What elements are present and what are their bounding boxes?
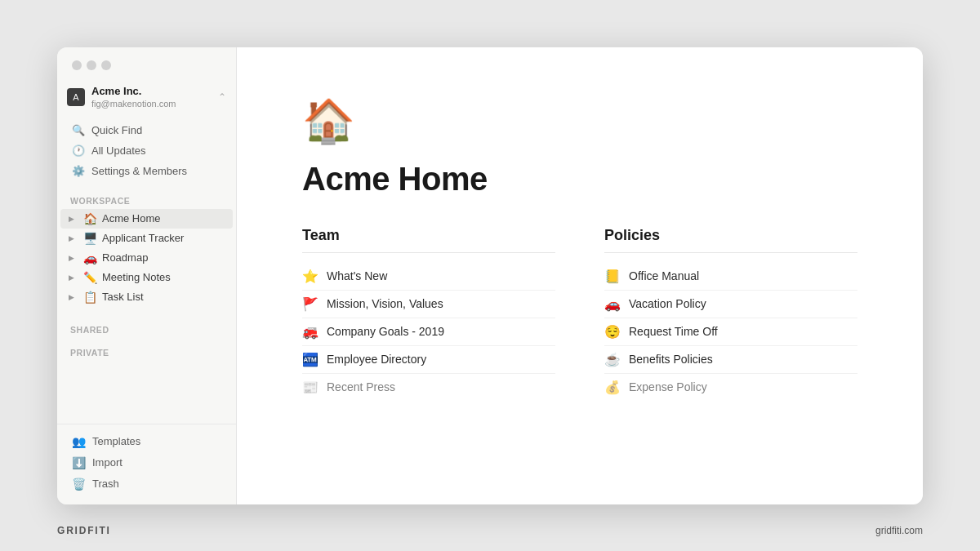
task-list-label: Task List	[102, 291, 144, 303]
company-goals-label: Company Goals - 2019	[327, 325, 444, 338]
account-email: fig@makenotion.com	[91, 98, 176, 109]
policies-column-heading: Policies	[604, 227, 858, 253]
applicant-tracker-icon: 🖥️	[83, 232, 97, 245]
search-icon: 🔍	[72, 124, 85, 136]
private-section-label: PRIVATE	[57, 338, 236, 361]
maximize-button[interactable]	[101, 60, 111, 70]
recent-press-label: Recent Press	[327, 380, 395, 393]
vacation-policy-label: Vacation Policy	[629, 297, 706, 310]
applicant-tracker-label: Applicant Tracker	[102, 232, 184, 244]
sidebar-item-task-list[interactable]: ▶ 📋 Task List	[60, 287, 233, 307]
traffic-lights	[57, 47, 236, 80]
vacation-policy-icon: 🚗	[604, 296, 621, 312]
account-name: Acme Inc.	[91, 85, 176, 99]
page-content: 🏠 Acme Home Team ⭐ What's New 🚩 Mission,…	[237, 47, 923, 504]
expand-arrow: ▶	[69, 215, 78, 223]
employee-directory-icon: 🏧	[302, 352, 318, 367]
sidebar-nav: 🔍 Quick Find 🕐 All Updates ⚙️ Settings &…	[57, 115, 236, 186]
whats-new-icon: ⭐	[302, 269, 318, 284]
sidebar-item-trash[interactable]: 🗑️ Trash	[60, 473, 233, 495]
list-item[interactable]: 🏧 Employee Directory	[302, 346, 555, 374]
list-item[interactable]: 📒 Office Manual	[604, 263, 858, 291]
list-item[interactable]: 🚒 Company Goals - 2019	[302, 318, 555, 346]
policies-column: Policies 📒 Office Manual 🚗 Vacation Poli…	[604, 227, 858, 401]
sidebar-item-quick-find[interactable]: 🔍 Quick Find	[60, 120, 233, 140]
minimize-button[interactable]	[87, 60, 96, 70]
expense-policy-icon: 💰	[604, 380, 621, 395]
trash-icon: 🗑️	[72, 478, 86, 491]
list-item[interactable]: ☕ Benefits Policies	[604, 346, 858, 374]
clock-icon: 🕐	[72, 144, 85, 157]
sidebar-item-templates[interactable]: 👥 Templates	[60, 431, 233, 452]
benefits-policies-label: Benefits Policies	[629, 353, 713, 366]
sidebar-bottom: 👥 Templates ⬇️ Import 🗑️ Trash	[57, 424, 236, 504]
quick-find-label: Quick Find	[91, 124, 142, 136]
workspace-section-label: WORKSPACE	[57, 186, 236, 209]
mission-label: Mission, Vision, Values	[327, 297, 443, 310]
team-column: Team ⭐ What's New 🚩 Mission, Vision, Val…	[302, 227, 555, 401]
expand-arrow: ▶	[69, 254, 78, 262]
list-item[interactable]: 📰 Recent Press	[302, 374, 555, 401]
list-item[interactable]: 🚩 Mission, Vision, Values	[302, 291, 555, 318]
sidebar-item-all-updates[interactable]: 🕐 All Updates	[60, 140, 233, 161]
mission-icon: 🚩	[302, 296, 318, 312]
chevron-icon: ⌃	[218, 91, 226, 103]
employee-directory-label: Employee Directory	[327, 353, 426, 366]
company-goals-icon: 🚒	[302, 324, 318, 340]
expand-arrow: ▶	[69, 293, 78, 301]
office-manual-icon: 📒	[604, 269, 621, 284]
sidebar-item-settings[interactable]: ⚙️ Settings & Members	[60, 161, 233, 181]
sidebar-item-meeting-notes[interactable]: ▶ ✏️ Meeting Notes	[60, 268, 233, 287]
page-icon: 🏠	[302, 96, 858, 146]
team-list: ⭐ What's New 🚩 Mission, Vision, Values 🚒…	[302, 263, 555, 401]
acme-home-label: Acme Home	[102, 212, 161, 224]
expand-arrow: ▶	[69, 234, 78, 242]
sidebar-item-roadmap[interactable]: ▶ 🚗 Roadmap	[60, 248, 233, 268]
footer: GRIDFITI gridfiti.com	[0, 525, 980, 536]
gear-icon: ⚙️	[72, 165, 85, 177]
policies-list: 📒 Office Manual 🚗 Vacation Policy 😌 Requ…	[604, 263, 858, 401]
roadmap-label: Roadmap	[102, 251, 148, 264]
list-item[interactable]: 💰 Expense Policy	[604, 374, 858, 401]
acme-home-icon: 🏠	[83, 212, 97, 225]
main-content: 🏠 Acme Home Team ⭐ What's New 🚩 Mission,…	[237, 47, 923, 504]
task-list-icon: 📋	[83, 291, 97, 304]
templates-label: Templates	[92, 435, 140, 447]
request-time-off-icon: 😌	[604, 324, 621, 340]
list-item[interactable]: 🚗 Vacation Policy	[604, 291, 858, 318]
close-button[interactable]	[72, 60, 82, 70]
benefits-policies-icon: ☕	[604, 352, 621, 367]
sidebar-item-applicant-tracker[interactable]: ▶ 🖥️ Applicant Tracker	[60, 229, 233, 248]
templates-icon: 👥	[72, 435, 86, 448]
all-updates-label: All Updates	[91, 144, 145, 157]
account-info: A Acme Inc. fig@makenotion.com	[67, 85, 176, 110]
recent-press-icon: 📰	[302, 380, 318, 395]
whats-new-label: What's New	[327, 269, 387, 282]
brand-right: gridfiti.com	[875, 525, 923, 536]
account-row[interactable]: A Acme Inc. fig@makenotion.com ⌃	[57, 80, 236, 115]
expense-policy-label: Expense Policy	[629, 380, 707, 393]
sidebar-item-import[interactable]: ⬇️ Import	[60, 452, 233, 473]
expand-arrow: ▶	[69, 273, 78, 282]
shared-private-section: SHARED PRIVATE	[57, 307, 236, 361]
list-item[interactable]: ⭐ What's New	[302, 263, 555, 291]
sidebar: A Acme Inc. fig@makenotion.com ⌃ 🔍 Quick…	[57, 47, 237, 504]
shared-section-label: SHARED	[57, 315, 236, 338]
import-icon: ⬇️	[72, 456, 86, 469]
meeting-notes-label: Meeting Notes	[102, 271, 171, 283]
office-manual-label: Office Manual	[629, 269, 699, 282]
meeting-notes-icon: ✏️	[83, 271, 97, 284]
settings-label: Settings & Members	[91, 165, 187, 177]
trash-label: Trash	[92, 478, 119, 490]
import-label: Import	[92, 456, 122, 469]
app-window: A Acme Inc. fig@makenotion.com ⌃ 🔍 Quick…	[57, 47, 923, 504]
team-column-heading: Team	[302, 227, 555, 253]
account-text: Acme Inc. fig@makenotion.com	[91, 85, 176, 110]
list-item[interactable]: 😌 Request Time Off	[604, 318, 858, 346]
page-title: Acme Home	[302, 161, 858, 198]
request-time-off-label: Request Time Off	[629, 325, 718, 338]
page-columns: Team ⭐ What's New 🚩 Mission, Vision, Val…	[302, 227, 858, 401]
sidebar-item-acme-home[interactable]: ▶ 🏠 Acme Home	[60, 209, 233, 229]
account-icon: A	[67, 88, 85, 106]
brand-left: GRIDFITI	[57, 525, 111, 536]
